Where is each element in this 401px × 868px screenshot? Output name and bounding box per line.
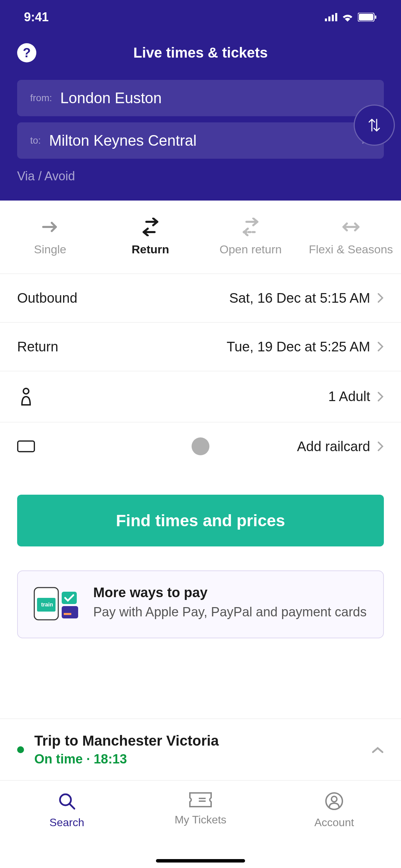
- return-value: Tue, 19 Dec at 5:25 AM: [227, 339, 370, 354]
- page-title: Live times & tickets: [133, 45, 268, 61]
- nav-account[interactable]: Account: [267, 792, 401, 868]
- swap-icon: [366, 117, 383, 134]
- flexi-icon: [340, 222, 362, 232]
- help-button[interactable]: ?: [17, 43, 36, 62]
- svg-rect-13: [62, 606, 78, 618]
- account-icon: [325, 792, 344, 811]
- svg-rect-1: [328, 16, 330, 21]
- status-dot: [17, 746, 24, 753]
- header: ? Live times & tickets from: London Eust…: [0, 34, 401, 201]
- promo-payment-card[interactable]: train More ways to pay Pay with Apple Pa…: [17, 570, 384, 638]
- bottom-tab-bar: Search My Tickets Account: [0, 780, 401, 868]
- promo-description: Pay with Apple Pay, PayPal and payment c…: [93, 604, 367, 620]
- passengers-value: 1 Adult: [328, 389, 370, 404]
- from-label: from:: [30, 93, 52, 104]
- home-indicator[interactable]: [156, 859, 245, 863]
- nav-account-label: Account: [314, 816, 354, 829]
- railcard-value: Add railcard: [297, 439, 370, 454]
- status-time: 9:41: [24, 10, 49, 24]
- active-trip-bar[interactable]: Trip to Manchester Victoria On time · 18…: [0, 719, 401, 780]
- svg-point-17: [331, 796, 337, 802]
- battery-icon: [358, 13, 377, 22]
- chevron-right-icon: [377, 441, 384, 452]
- outbound-row[interactable]: Outbound Sat, 16 Dec at 5:15 AM: [0, 274, 401, 323]
- ticket-icon: [189, 792, 212, 808]
- tab-open-return[interactable]: Open return: [200, 218, 301, 256]
- ticket-type-tabs: Single Return Open return Flexi & Season…: [0, 201, 401, 274]
- chevron-right-icon: [377, 391, 384, 402]
- tab-open-return-label: Open return: [220, 242, 282, 256]
- person-icon: [19, 388, 33, 406]
- to-label: to:: [30, 135, 41, 146]
- outbound-value: Sat, 16 Dec at 5:15 AM: [229, 290, 370, 306]
- svg-text:train: train: [41, 602, 53, 607]
- tab-return-label: Return: [132, 242, 169, 256]
- railcard-row[interactable]: Add railcard: [0, 422, 401, 471]
- return-label: Return: [17, 339, 58, 354]
- svg-rect-6: [375, 15, 376, 19]
- tab-flexi-label: Flexi & Seasons: [309, 242, 393, 256]
- from-station-input[interactable]: from: London Euston: [17, 80, 384, 116]
- tab-return[interactable]: Return: [100, 218, 201, 256]
- to-value: Milton Keynes Central: [49, 132, 196, 149]
- nav-search[interactable]: Search: [0, 792, 134, 868]
- nav-search-label: Search: [49, 816, 84, 829]
- chevron-right-icon: [377, 341, 384, 352]
- return-icon: [140, 218, 161, 236]
- open-return-icon: [240, 218, 261, 236]
- chevron-up-icon: [372, 746, 384, 754]
- svg-rect-8: [18, 441, 35, 452]
- passengers-row[interactable]: 1 Adult: [0, 371, 401, 422]
- search-icon: [57, 792, 76, 811]
- tab-flexi[interactable]: Flexi & Seasons: [301, 218, 401, 256]
- status-icons: [325, 13, 377, 22]
- card-icon: [17, 439, 35, 453]
- wifi-icon: [341, 13, 354, 22]
- to-station-input[interactable]: to: Milton Keynes Central ✕: [17, 122, 384, 159]
- tab-single-label: Single: [34, 242, 66, 256]
- signal-icon: [325, 13, 337, 21]
- nav-tickets[interactable]: My Tickets: [134, 792, 267, 868]
- return-row[interactable]: Return Tue, 19 Dec at 5:25 AM: [0, 323, 401, 371]
- indicator-dot: [192, 437, 209, 455]
- svg-rect-14: [64, 613, 71, 615]
- trip-title: Trip to Manchester Victoria: [34, 733, 361, 749]
- find-times-prices-button[interactable]: Find times and prices: [17, 495, 384, 546]
- status-bar: 9:41: [0, 0, 401, 34]
- svg-rect-3: [335, 13, 337, 21]
- svg-rect-0: [325, 19, 327, 21]
- swap-stations-button[interactable]: [354, 105, 395, 146]
- nav-tickets-label: My Tickets: [174, 813, 226, 826]
- outbound-label: Outbound: [17, 290, 77, 306]
- tab-single[interactable]: Single: [0, 218, 100, 256]
- payment-cards-icon: train: [32, 585, 80, 624]
- from-value: London Euston: [60, 89, 162, 107]
- arrow-right-icon: [41, 222, 59, 232]
- svg-rect-12: [62, 592, 77, 604]
- svg-rect-5: [359, 14, 373, 21]
- trip-status: On time · 18:13: [34, 752, 361, 767]
- promo-title: More ways to pay: [93, 585, 367, 600]
- chevron-right-icon: [377, 292, 384, 303]
- via-avoid-button[interactable]: Via / Avoid: [17, 169, 384, 183]
- svg-rect-2: [332, 15, 334, 21]
- svg-point-7: [23, 388, 29, 394]
